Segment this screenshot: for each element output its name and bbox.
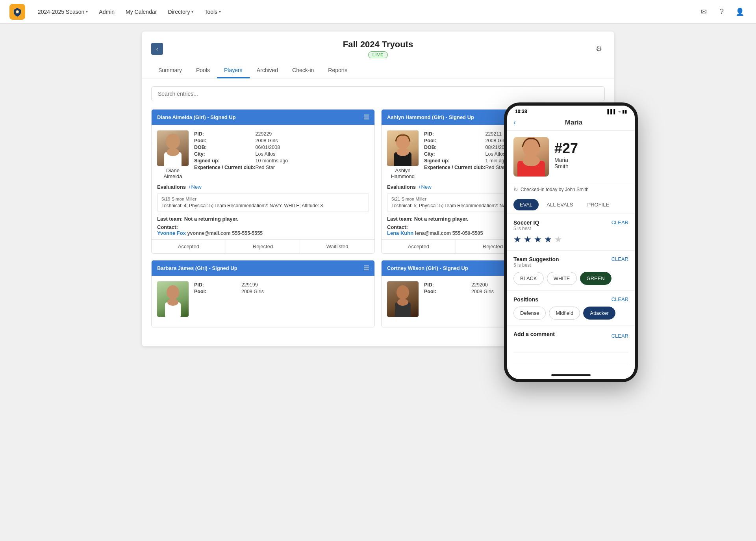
card-menu-icon[interactable]: ☰ xyxy=(363,113,369,121)
settings-button[interactable]: ⚙ xyxy=(593,43,605,55)
star-1[interactable]: ★ xyxy=(513,234,521,245)
tab-summary[interactable]: Summary xyxy=(151,63,189,78)
main-container: ‹ Fall 2024 Tryouts LIVE ⚙ Summary Pools… xyxy=(142,32,614,346)
card-body-barbara: PID:229199 Pool:2008 Girls xyxy=(152,276,374,327)
tab-players[interactable]: Players xyxy=(217,63,250,78)
season-dropdown[interactable]: 2024-2025 Season ▾ xyxy=(33,6,93,18)
position-buttons: Defense Midfield Attacker xyxy=(513,307,628,320)
eval-tab-profile[interactable]: PROFILE xyxy=(581,199,616,210)
team-btn-black[interactable]: BLACK xyxy=(513,272,544,285)
contact-name-ashlyn[interactable]: Lena Kuhn xyxy=(387,230,413,236)
action-buttons-diane: Accepted Rejected Waitlisted xyxy=(152,239,374,253)
page-title: Fall 2024 Tryouts xyxy=(343,39,413,50)
tab-checkin[interactable]: Check-in xyxy=(285,63,321,78)
star-2[interactable]: ★ xyxy=(524,234,532,245)
svg-point-6 xyxy=(397,148,409,156)
player-name-diane: DianeAlmeida xyxy=(164,167,182,179)
accepted-btn-ashlyn[interactable]: Accepted xyxy=(382,240,456,253)
new-eval-link-diane[interactable]: +New xyxy=(188,184,202,190)
soccer-iq-section: Soccer IQ 5 is best CLEAR ★ ★ ★ ★ ★ xyxy=(507,214,635,251)
mail-icon-button[interactable]: ✉ xyxy=(697,5,710,19)
eval-tab-all-evals[interactable]: ALL EVALS xyxy=(540,199,579,210)
player-card-barbara: Barbara James (Girl) - Signed Up ☰ xyxy=(151,260,375,327)
signal-icon: ▌▌▌ xyxy=(608,109,617,114)
directory-chevron-icon: ▾ xyxy=(191,9,193,14)
live-status-badge: LIVE xyxy=(368,51,388,58)
rejected-btn-diane[interactable]: Rejected xyxy=(226,240,300,253)
waitlisted-btn-diane[interactable]: Waitlisted xyxy=(300,240,374,253)
svg-point-3 xyxy=(167,148,179,156)
home-indicator-bar xyxy=(551,374,591,376)
team-suggestion-section: Team Suggestion 5 is best CLEAR BLACK WH… xyxy=(507,251,635,291)
back-button[interactable]: ‹ xyxy=(151,43,163,55)
tab-pools[interactable]: Pools xyxy=(189,63,217,78)
player-photo-cortney xyxy=(387,281,419,317)
last-team-diane: Last team: Not a returning player. xyxy=(157,216,369,222)
star-3[interactable]: ★ xyxy=(534,234,542,245)
team-suggestion-clear-btn[interactable]: CLEAR xyxy=(611,256,628,262)
comment-line-2 xyxy=(513,355,628,364)
calendar-link[interactable]: My Calendar xyxy=(121,6,161,18)
card-header-diane: Diane Almeida (Girl) - Signed Up ☰ xyxy=(152,110,374,125)
comment-clear-btn[interactable]: CLEAR xyxy=(611,333,628,339)
phone-back-button[interactable]: ‹ xyxy=(513,118,516,126)
pos-btn-defense[interactable]: Defense xyxy=(513,307,546,320)
evaluations-row-diane: Evaluations +New xyxy=(157,184,369,190)
player-photo-ashlyn xyxy=(387,130,419,166)
directory-dropdown[interactable]: Directory ▾ xyxy=(163,6,198,18)
home-indicator xyxy=(507,371,635,379)
page-header: ‹ Fall 2024 Tryouts LIVE ⚙ xyxy=(142,32,614,63)
positions-clear-btn[interactable]: CLEAR xyxy=(611,296,628,302)
svg-point-15 xyxy=(523,155,540,166)
phone-time: 10:38 xyxy=(515,109,527,114)
positions-title: Positions xyxy=(513,296,538,303)
contact-name-diane[interactable]: Yvonne Fox xyxy=(157,230,186,236)
svg-point-7 xyxy=(167,285,179,299)
team-suggestion-header: Team Suggestion 5 is best CLEAR xyxy=(513,256,628,268)
help-icon-button[interactable]: ? xyxy=(715,5,728,19)
tools-dropdown[interactable]: Tools ▾ xyxy=(200,6,226,18)
mobile-player-top: #27 MariaSmith xyxy=(513,137,628,177)
comment-label: Add a comment xyxy=(513,331,555,337)
positions-header: Positions CLEAR xyxy=(513,296,628,303)
pos-btn-midfield[interactable]: Midfield xyxy=(549,307,580,320)
pos-btn-attacker[interactable]: Attacker xyxy=(583,307,615,320)
checkin-icon: ↻ xyxy=(513,186,518,193)
admin-link[interactable]: Admin xyxy=(94,6,119,18)
player-name-ashlyn: AshlynHammond xyxy=(391,167,415,179)
tab-archived[interactable]: Archived xyxy=(250,63,285,78)
star-5[interactable]: ★ xyxy=(554,234,562,245)
team-btn-green[interactable]: GREEN xyxy=(580,272,611,285)
mobile-player-number-block: #27 MariaSmith xyxy=(554,137,628,173)
team-suggestion-title: Team Suggestion xyxy=(513,256,559,262)
mobile-player-photo xyxy=(513,137,549,177)
soccer-iq-header: Soccer IQ 5 is best CLEAR xyxy=(513,219,628,231)
profile-icon-button[interactable]: 👤 xyxy=(733,5,747,19)
team-btn-white[interactable]: WHITE xyxy=(547,272,577,285)
star-4[interactable]: ★ xyxy=(544,234,552,245)
card-menu-icon-barbara[interactable]: ☰ xyxy=(363,264,369,272)
phone-status-bar: 10:38 ▌▌▌ ≈ ▮▮ xyxy=(507,106,635,116)
soccer-iq-stars: ★ ★ ★ ★ ★ xyxy=(513,234,628,245)
comment-section: Add a comment CLEAR xyxy=(507,325,635,371)
mobile-player-card: #27 MariaSmith xyxy=(507,131,635,183)
new-eval-link-ashlyn[interactable]: +New xyxy=(418,184,432,190)
mobile-phone-overlay: 10:38 ▌▌▌ ≈ ▮▮ ‹ Maria xyxy=(504,102,638,382)
checked-in-row: ↻ Checked-in today by John Smith xyxy=(507,183,635,196)
soccer-iq-clear-btn[interactable]: CLEAR xyxy=(611,219,628,225)
svg-point-10 xyxy=(397,285,409,299)
search-section xyxy=(142,78,614,106)
eval-tab-eval[interactable]: EVAL xyxy=(513,199,539,210)
svg-point-12 xyxy=(397,299,408,306)
search-input[interactable] xyxy=(151,86,605,101)
phone-header: ‹ Maria xyxy=(507,116,635,131)
card-header-barbara: Barbara James (Girl) - Signed Up ☰ xyxy=(152,260,374,276)
tab-reports[interactable]: Reports xyxy=(321,63,354,78)
soccer-iq-title: Soccer IQ xyxy=(513,219,539,226)
logo[interactable] xyxy=(9,4,25,20)
accepted-btn-diane[interactable]: Accepted xyxy=(152,240,226,253)
player-photo-barbara xyxy=(157,281,189,317)
card-body-diane: DianeAlmeida PID:229229 Pool:2008 Girls … xyxy=(152,125,374,253)
tools-chevron-icon: ▾ xyxy=(219,9,221,14)
page-title-block: Fall 2024 Tryouts LIVE xyxy=(343,39,413,58)
